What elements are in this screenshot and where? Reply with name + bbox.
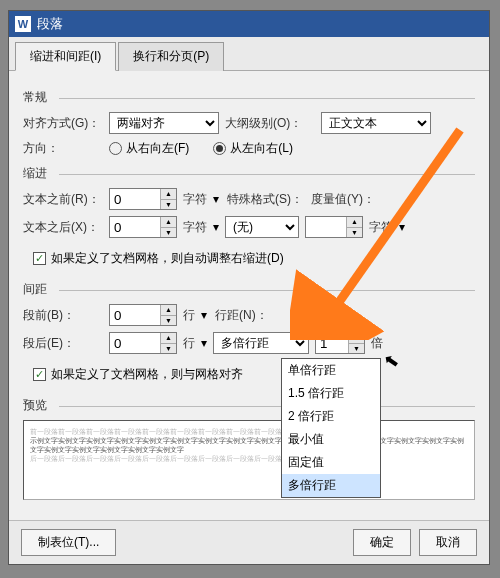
button-bar: 制表位(T)... 确定 取消 [9, 520, 489, 564]
dropdown-option[interactable]: 1.5 倍行距 [282, 382, 380, 405]
at-label: 设置值(A)： [293, 307, 365, 324]
special-label: 特殊格式(S)： [227, 191, 305, 208]
checkbox-icon: ✓ [33, 252, 46, 265]
at-spinner[interactable]: ▲▼ [315, 332, 365, 354]
unit-label: 字符 [183, 191, 207, 208]
auto-adjust-indent-check[interactable]: ✓ 如果定义了文档网格，则自动调整右缩进(D) [33, 250, 284, 267]
indent-before-label: 文本之前(R)： [23, 191, 103, 208]
tab-line-page-breaks[interactable]: 换行和分页(P) [118, 42, 224, 71]
snap-grid-check[interactable]: ✓ 如果定义了文档网格，则与网格对齐 [33, 366, 243, 383]
dialog-content: 常规 对齐方式(G)： 两端对齐 大纲级别(O)： 正文文本 方向： 从右向左(… [9, 71, 489, 520]
indent-before-spinner[interactable]: ▲▼ [109, 188, 177, 210]
tab-strip: 缩进和间距(I) 换行和分页(P) [9, 37, 489, 71]
dropdown-option[interactable]: 多倍行距 [282, 474, 380, 497]
line-spacing-dropdown[interactable]: 单倍行距 1.5 倍行距 2 倍行距 最小值 固定值 多倍行距 [281, 358, 381, 498]
ok-button[interactable]: 确定 [353, 529, 411, 556]
space-before-label: 段前(B)： [23, 307, 103, 324]
line-spacing-label: 行距(N)： [215, 307, 287, 324]
direction-label: 方向： [23, 140, 103, 157]
outline-select[interactable]: 正文文本 [321, 112, 431, 134]
group-preview: 预览 [23, 397, 475, 414]
space-after-label: 段后(E)： [23, 335, 103, 352]
app-icon: W [15, 16, 31, 32]
alignment-select[interactable]: 两端对齐 [109, 112, 219, 134]
checkbox-icon: ✓ [33, 368, 46, 381]
dropdown-option[interactable]: 2 倍行距 [282, 405, 380, 428]
preview-box: 前一段落前一段落前一段落前一段落前一段落前一段落前一段落前一段落前一段落 示例文… [23, 420, 475, 500]
tabs-button[interactable]: 制表位(T)... [21, 529, 116, 556]
radio-icon [213, 142, 226, 155]
unit-label: 行 [183, 307, 195, 324]
space-after-spinner[interactable]: ▲▼ [109, 332, 177, 354]
group-general: 常规 [23, 89, 475, 106]
by-label: 度量值(Y)： [311, 191, 379, 208]
group-spacing: 间距 [23, 281, 475, 298]
dropdown-option[interactable]: 最小值 [282, 428, 380, 451]
by-spinner[interactable]: ▲▼ [305, 216, 363, 238]
unit-label: 行 [183, 335, 195, 352]
direction-ltr-radio[interactable]: 从左向右(L) [213, 140, 293, 157]
dropdown-option[interactable]: 单倍行距 [282, 359, 380, 382]
unit-label: 倍 [371, 335, 383, 352]
direction-rtl-radio[interactable]: 从右向左(F) [109, 140, 189, 157]
tab-indent-spacing[interactable]: 缩进和间距(I) [15, 42, 116, 71]
unit-label: 字符 [369, 219, 393, 236]
space-before-spinner[interactable]: ▲▼ [109, 304, 177, 326]
line-spacing-select[interactable]: 多倍行距 [213, 332, 309, 354]
group-indent: 缩进 [23, 165, 475, 182]
radio-icon [109, 142, 122, 155]
outline-label: 大纲级别(O)： [225, 115, 315, 132]
dropdown-option[interactable]: 固定值 [282, 451, 380, 474]
indent-after-spinner[interactable]: ▲▼ [109, 216, 177, 238]
alignment-label: 对齐方式(G)： [23, 115, 103, 132]
cancel-button[interactable]: 取消 [419, 529, 477, 556]
special-format-select[interactable]: (无) [225, 216, 299, 238]
window-title: 段落 [37, 15, 63, 33]
unit-label: 字符 [183, 219, 207, 236]
title-bar[interactable]: W 段落 [9, 11, 489, 37]
indent-after-label: 文本之后(X)： [23, 219, 103, 236]
paragraph-dialog: W 段落 缩进和间距(I) 换行和分页(P) 常规 对齐方式(G)： 两端对齐 … [8, 10, 490, 565]
